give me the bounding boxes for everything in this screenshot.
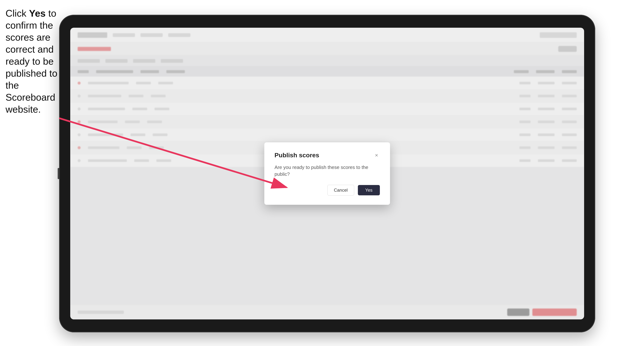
modal-header: Publish scores × <box>274 152 380 159</box>
modal-title: Publish scores <box>274 152 319 159</box>
yes-button[interactable]: Yes <box>358 185 380 195</box>
modal-footer: Cancel Yes <box>274 185 380 195</box>
modal-close-button[interactable]: × <box>373 152 380 159</box>
tablet-side-button <box>58 168 59 179</box>
cancel-button[interactable]: Cancel <box>327 185 354 195</box>
tablet-screen: Publish scores × Are you ready to publis… <box>70 28 584 319</box>
modal-body-text: Are you ready to publish these scores to… <box>274 164 380 177</box>
instruction-bold: Yes <box>29 8 46 19</box>
modal-overlay: Publish scores × Are you ready to publis… <box>70 28 584 319</box>
instruction-suffix: to confirm the scores are correct and re… <box>6 8 57 115</box>
instruction-text: Click Yes to confirm the scores are corr… <box>6 7 59 115</box>
instruction-prefix: Click <box>6 8 29 19</box>
publish-scores-dialog: Publish scores × Are you ready to publis… <box>264 142 390 205</box>
tablet-device: Publish scores × Are you ready to publis… <box>59 15 595 332</box>
